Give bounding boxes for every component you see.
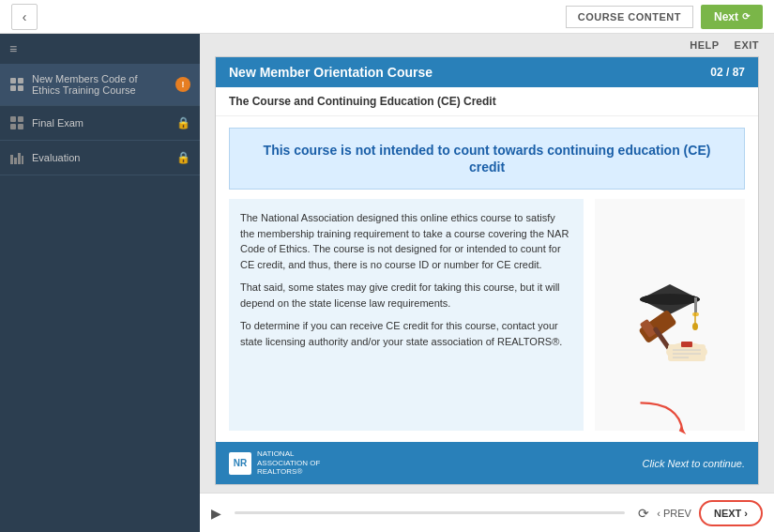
next-button-bottom[interactable]: NEXT › [699,500,763,526]
body-text-2: That said, some states may give credit f… [240,280,572,311]
lock-icon-2: 🔒 [176,151,190,164]
back-button[interactable]: ‹ [11,4,38,30]
grid-icon-2 [9,115,24,130]
slide-progress: 02 / 87 [710,66,745,79]
ce-credit-box: This course is not intended to count tow… [229,128,745,190]
svg-rect-11 [22,156,23,164]
prev-button[interactable]: ‹ PREV [657,508,691,519]
svg-rect-1 [18,78,23,84]
sidebar-ethics-badge: ! [175,77,190,92]
exit-link[interactable]: EXIT [735,39,759,51]
sidebar-item-ethics[interactable]: New Members Code of Ethics Training Cour… [0,64,200,106]
bottom-bar: ▶ ⟳ ‹ PREV NEXT › [200,493,774,532]
help-exit-bar: HELP EXIT [200,34,774,56]
nar-logo: NR NATIONAL ASSOCIATION OF REALTORS® [229,449,320,477]
help-link[interactable]: HELP [690,39,719,51]
bar-chart-icon [9,150,24,165]
svg-rect-15 [694,297,697,312]
hamburger-icon[interactable]: ≡ [0,34,200,64]
slide-subheader: The Course and Continuing Education (CE)… [216,87,758,116]
ce-credit-title: This course is not intended to count tow… [264,143,711,175]
svg-rect-6 [10,124,16,129]
slide-body: This course is not intended to count tow… [216,116,758,442]
body-text-1: The National Association designed this o… [240,210,572,272]
sidebar-item-final-exam[interactable]: Final Exam 🔒 [0,106,200,141]
slide-title: New Member Orientation Course [229,65,433,80]
svg-point-18 [692,323,698,330]
next-arrow-icon: ⟳ [742,11,750,22]
sidebar-evaluation-label: Evaluation [32,152,169,163]
text-section: The National Association designed this o… [229,199,584,431]
next-button-top[interactable]: Next ⟳ [701,5,763,29]
svg-rect-9 [14,158,17,164]
svg-point-14 [640,294,700,305]
grid-icon-1 [9,77,24,92]
svg-rect-27 [681,342,692,347]
course-content-button[interactable]: COURSE CONTENT [566,6,693,28]
sidebar-ethics-label: New Members Code of Ethics Training Cour… [32,73,168,96]
lock-icon-1: 🔒 [176,116,190,129]
play-button[interactable]: ▶ [211,506,221,521]
slide-footer: NR NATIONAL ASSOCIATION OF REALTORS® Cli… [216,442,758,484]
slide-header: New Member Orientation Course 02 / 87 [216,57,758,87]
refresh-button[interactable]: ⟳ [638,506,649,521]
body-text-3: To determine if you can receive CE credi… [240,318,572,349]
sidebar-final-exam-label: Final Exam [32,117,169,129]
svg-rect-3 [18,85,23,91]
top-bar-left: ‹ [11,4,38,30]
top-bar: ‹ COURSE CONTENT Next ⟳ [0,0,774,34]
svg-rect-7 [18,124,23,129]
svg-rect-8 [10,155,13,164]
main-layout: ≡ New Members Code of Ethics Training Co… [0,34,774,532]
gavel-image [595,199,745,431]
svg-rect-0 [10,78,16,84]
sidebar-item-evaluation[interactable]: Evaluation 🔒 [0,141,200,175]
svg-rect-2 [10,85,16,91]
svg-rect-4 [10,116,16,122]
content-area: HELP EXIT New Member Orientation Course … [200,34,774,532]
progress-track [235,511,625,514]
slide-wrapper: New Member Orientation Course 02 / 87 Th… [200,56,774,493]
content-row: The National Association designed this o… [229,199,745,431]
nar-logo-box: NR [229,452,251,475]
nar-logo-text: NATIONAL ASSOCIATION OF REALTORS® [257,449,320,477]
slide-container: New Member Orientation Course 02 / 87 Th… [215,56,759,485]
svg-rect-5 [18,116,23,122]
svg-rect-10 [18,153,21,164]
slide-footer-hint: Click Next to continue. [643,458,745,469]
sidebar: ≡ New Members Code of Ethics Training Co… [0,34,200,532]
